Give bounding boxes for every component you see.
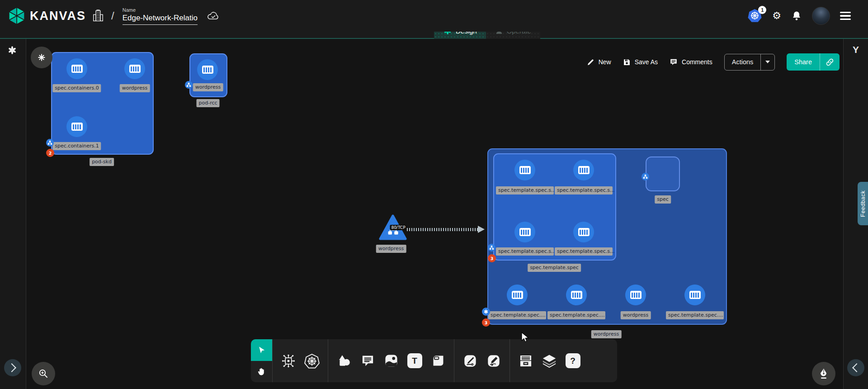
sitemap-icon (643, 174, 648, 179)
node-label: spec (655, 195, 671, 204)
user-avatar[interactable] (812, 7, 830, 25)
relationship-badge[interactable] (488, 244, 495, 251)
settings-gear-icon[interactable]: ⚙ (772, 11, 781, 21)
tool-components[interactable] (279, 351, 298, 370)
save-as-button[interactable]: Save As (623, 58, 658, 66)
node-spec-containers-1[interactable] (66, 116, 87, 137)
container-icon (519, 228, 531, 236)
container-icon (71, 65, 83, 73)
k8s-context-switcher[interactable]: 1 (748, 9, 762, 23)
group-label: wordpress (591, 330, 622, 338)
kanvas-brand[interactable]: KANVAS (8, 6, 86, 25)
node-label: spec.containers.0 (52, 84, 101, 92)
node-deployment-container[interactable] (507, 285, 528, 305)
copy-link-button[interactable] (820, 53, 840, 71)
save-as-label: Save As (635, 58, 658, 66)
relationship-badge[interactable] (185, 81, 193, 89)
count-badge[interactable]: 3 (482, 318, 490, 327)
tool-edge-pen[interactable] (461, 351, 480, 370)
node-label: spec.template.spec.... (666, 311, 724, 319)
actions-button[interactable]: Actions (724, 54, 775, 71)
node-wordpress-container[interactable] (124, 58, 145, 79)
node-template-container[interactable] (573, 160, 594, 180)
group-spec-template-spec[interactable] (493, 153, 616, 261)
count-badge[interactable]: 2 (46, 149, 54, 157)
tool-image[interactable] (382, 351, 401, 370)
container-icon (571, 291, 582, 299)
text-tool-glyph: T (407, 353, 422, 368)
container-icon (202, 66, 213, 74)
tool-help[interactable]: ? (563, 351, 582, 370)
count-badge[interactable]: 3 (488, 254, 496, 262)
save-icon (623, 58, 631, 66)
design-name-label: Name (123, 7, 198, 13)
cloud-saved-icon (207, 11, 220, 21)
container-icon (630, 291, 642, 299)
node-template-container[interactable] (514, 160, 535, 180)
tool-text[interactable]: T (405, 351, 424, 370)
toolbar-group-library: ? (509, 339, 589, 382)
new-button[interactable]: New (587, 58, 611, 66)
caret-down-icon (765, 61, 770, 63)
k8s-context-count-badge: 1 (758, 6, 766, 14)
chevron-left-icon (852, 363, 861, 372)
container-icon (689, 291, 701, 299)
design-name-input[interactable]: Edge-Network-Relatio (123, 14, 198, 25)
share-button[interactable]: Share (787, 53, 840, 71)
tool-shapes[interactable] (335, 351, 354, 370)
tool-layers[interactable] (540, 351, 559, 370)
pen-mode-button[interactable] (812, 362, 835, 385)
tool-pan[interactable] (251, 361, 272, 383)
hand-icon (257, 367, 266, 376)
meshery-swirl-icon[interactable] (7, 45, 17, 55)
comments-button[interactable]: Comments (670, 58, 712, 66)
organization-icon[interactable] (92, 9, 104, 22)
notifications-bell-icon[interactable] (791, 10, 802, 22)
sitemap-icon (47, 140, 52, 145)
node-deployment-container[interactable] (684, 285, 705, 305)
container-icon (512, 291, 523, 299)
relationship-badge[interactable] (482, 308, 490, 316)
collapse-right-panel-button[interactable] (847, 359, 864, 376)
pencil-icon (587, 58, 594, 66)
node-label: spec.containers.1 (52, 142, 101, 150)
node-deployment-container[interactable] (625, 285, 646, 305)
y-icon[interactable]: Y (844, 44, 868, 55)
image-icon (384, 353, 399, 368)
node-label: spec.template.spec.s... (496, 186, 554, 194)
node-template-container[interactable] (573, 222, 594, 242)
comment-bubble-icon (361, 354, 375, 368)
node-spec-containers-0[interactable] (66, 58, 87, 79)
sitemap-icon (186, 82, 191, 87)
node-spec[interactable] (646, 157, 680, 191)
tool-note[interactable] (429, 351, 448, 370)
menu-hamburger-icon[interactable] (840, 12, 851, 20)
node-label: spec.template.spec.... (547, 311, 605, 319)
node-template-container[interactable] (514, 222, 535, 242)
freeze-button[interactable] (31, 47, 52, 68)
edge-arrowhead (478, 226, 485, 233)
design-name-field[interactable]: Name Edge-Network-Relatio (123, 7, 198, 25)
swirl-badge-icon (483, 309, 489, 314)
relationship-badge[interactable] (46, 139, 54, 147)
expand-left-panel-button[interactable] (4, 359, 21, 376)
tool-comment[interactable] (358, 351, 377, 370)
design-canvas[interactable]: Y Feedback (0, 39, 868, 389)
feedback-tab[interactable]: Feedback (858, 182, 868, 225)
brand-wordmark: KANVAS (30, 9, 86, 23)
tool-component-drawer[interactable] (516, 351, 535, 370)
node-label: spec.template.spec.s... (555, 247, 613, 256)
group-label: pod-rcc (196, 99, 219, 107)
tool-freehand[interactable] (484, 351, 503, 370)
tool-kubernetes[interactable] (302, 351, 321, 370)
relationship-badge[interactable] (642, 173, 649, 180)
node-wordpress-container[interactable] (197, 59, 218, 80)
actions-dropdown-caret[interactable] (760, 54, 774, 70)
node-label: spec.template.spec.... (488, 311, 546, 319)
edge-service-to-deployment[interactable] (407, 228, 479, 231)
tool-select[interactable] (251, 339, 272, 361)
zoom-button[interactable] (32, 362, 55, 385)
comment-icon (670, 58, 678, 66)
node-deployment-container[interactable] (566, 285, 587, 305)
shapes-icon (337, 354, 351, 368)
